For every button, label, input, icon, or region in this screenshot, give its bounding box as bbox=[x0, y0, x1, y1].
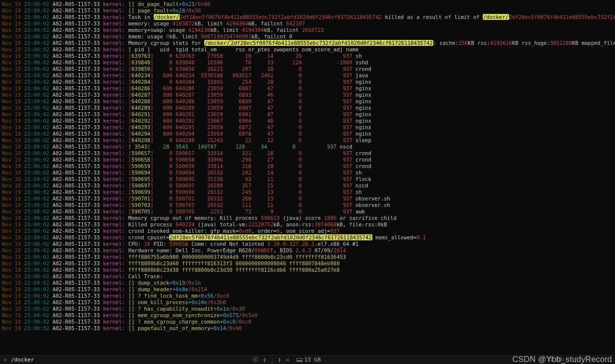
log-line: Nov 19 23:00:02 A02-R05-I157-33 kernel: … bbox=[2, 163, 613, 170]
log-line: Nov 19 23:00:02 A02-R05-I157-33 kernel: … bbox=[2, 53, 613, 59]
log-line: Nov 19 23:00:02 A02-R05-I157-33 kernel: … bbox=[2, 312, 613, 319]
log-line: Nov 19 23:00:02 A02-R05-I157-33 kernel: … bbox=[2, 105, 613, 111]
memory-text: 13 GB bbox=[305, 357, 321, 363]
log-line: Nov 19 23:00:02 A02-R05-I157-33 kernel: … bbox=[2, 306, 613, 312]
log-line: Nov 19 23:00:02 A02-R05-I157-33 kernel: … bbox=[2, 273, 613, 280]
network-indicator: ↑ 11 KB↓ bbox=[541, 356, 565, 363]
log-line: Nov 19 23:00:02 A02-R05-I157-33 kernel: … bbox=[2, 170, 613, 176]
log-line: Nov 19 23:00:02 A02-R05-I157-33 kernel: … bbox=[2, 325, 613, 332]
log-line: Nov 19 23:00:02 A02-R05-I157-33 kernel: … bbox=[2, 286, 613, 293]
search-input[interactable] bbox=[11, 357, 81, 363]
log-line: Nov 19 23:00:02 A02-R05-I157-33 kernel: … bbox=[2, 98, 613, 105]
log-line: Nov 19 23:00:02 A02-R05-I157-33 kernel: … bbox=[2, 241, 613, 247]
memory-indicator: 13 GB bbox=[297, 357, 321, 363]
clear-icon[interactable]: ✕ bbox=[285, 357, 291, 363]
log-line: Nov 19 23:00:02 A02-R05-I157-33 kernel: … bbox=[2, 208, 613, 215]
memory-bar-icon bbox=[297, 358, 303, 362]
log-line: Nov 19 23:00:02 A02-R05-I157-33 kernel: … bbox=[2, 1, 613, 7]
log-line: Nov 19 23:00:02 A02-R05-I157-33 kernel: … bbox=[2, 234, 613, 241]
log-line: Nov 19 23:00:02 A02-R05-I157-33 kernel: … bbox=[2, 280, 613, 286]
log-line: Nov 19 23:00:02 A02-R05-I157-33 kernel: … bbox=[2, 228, 613, 234]
log-line: Nov 19 23:00:02 A02-R05-I157-33 kernel: … bbox=[2, 215, 613, 221]
log-line: Nov 19 23:00:02 A02-R05-I157-33 kernel: … bbox=[2, 7, 613, 14]
log-line: Nov 19 23:00:02 A02-R05-I157-33 kernel: … bbox=[2, 27, 613, 33]
log-line: Nov 19 23:00:02 A02-R05-I157-33 kernel: … bbox=[2, 33, 613, 40]
log-line: Nov 19 23:00:02 A02-R05-I157-33 kernel: … bbox=[2, 195, 613, 202]
log-line: Nov 19 23:00:02 A02-R05-I157-33 kernel: … bbox=[2, 124, 613, 131]
log-line: Nov 19 23:00:02 A02-R05-I157-33 kernel: … bbox=[2, 319, 613, 325]
log-line: Nov 19 23:00:02 A02-R05-I157-33 kernel: … bbox=[2, 221, 613, 228]
log-line: Nov 19 23:00:02 A02-R05-I157-33 kernel: … bbox=[2, 92, 613, 98]
log-line: Nov 19 23:00:02 A02-R05-I157-33 kernel: … bbox=[2, 254, 613, 260]
search-bar[interactable]: ⌕ ⓧ ❮ | ❯ ✕ 13 GB bbox=[0, 355, 615, 364]
log-line: Nov 19 23:00:02 A02-R05-I157-33 kernel: … bbox=[2, 85, 613, 92]
log-line: Nov 19 23:00:02 A02-R05-I157-33 kernel: … bbox=[2, 118, 613, 124]
log-line: Nov 19 23:00:02 A02-R05-I157-33 kernel: … bbox=[2, 20, 613, 27]
log-line: Nov 19 23:00:02 A02-R05-I157-33 kernel: … bbox=[2, 182, 613, 189]
log-line: Nov 19 23:00:02 A02-R05-I157-33 kernel: … bbox=[2, 40, 613, 46]
log-line: Nov 19 23:00:02 A02-R05-I157-33 kernel: … bbox=[2, 299, 613, 306]
log-line: Nov 19 23:00:02 A02-R05-I157-33 kernel: … bbox=[2, 293, 613, 299]
prev-match-icon[interactable]: ❮ bbox=[262, 357, 268, 363]
log-line: Nov 19 23:00:02 A02-R05-I157-33 kernel: … bbox=[2, 202, 613, 208]
log-line: Nov 19 23:00:02 A02-R05-I157-33 kernel: … bbox=[2, 79, 613, 85]
log-line: Nov 19 23:00:02 A02-R05-I157-33 kernel: … bbox=[2, 111, 613, 118]
log-line: Nov 19 23:00:02 A02-R05-I157-33 kernel: … bbox=[2, 66, 613, 72]
log-line: Nov 19 23:00:02 A02-R05-I157-33 kernel: … bbox=[2, 72, 613, 79]
next-match-icon[interactable]: ❯ bbox=[277, 357, 282, 363]
log-line: Nov 19 23:00:02 A02-R05-I157-33 kernel: … bbox=[2, 150, 613, 157]
log-line: Nov 19 23:00:02 A02-R05-I157-33 kernel: … bbox=[2, 137, 613, 144]
log-line: Nov 19 23:00:02 A02-R05-I157-33 kernel: … bbox=[2, 46, 613, 53]
search-icon: ⌕ bbox=[2, 357, 8, 363]
log-line: Nov 19 23:00:02 A02-R05-I157-33 kernel: … bbox=[2, 176, 613, 182]
log-line: Nov 19 23:00:02 A02-R05-I157-33 kernel: … bbox=[2, 267, 613, 273]
close-icon[interactable]: ⓧ bbox=[252, 357, 259, 363]
log-line: Nov 19 23:00:02 A02-R05-I157-33 kernel: … bbox=[2, 131, 613, 137]
log-line: Nov 19 23:00:02 A02-R05-I157-33 kernel: … bbox=[2, 144, 613, 150]
log-output: Nov 19 23:00:02 A02-R05-I157-33 kernel: … bbox=[0, 0, 615, 333]
log-line: Nov 19 23:00:02 A02-R05-I157-33 kernel: … bbox=[2, 260, 613, 267]
log-line: Nov 19 23:00:02 A02-R05-I157-33 kernel: … bbox=[2, 189, 613, 195]
log-line: Nov 19 23:00:02 A02-R05-I157-33 kernel: … bbox=[2, 247, 613, 254]
log-line: Nov 19 23:00:02 A02-R05-I157-33 kernel: … bbox=[2, 157, 613, 163]
log-line: Nov 19 23:00:02 A02-R05-I157-33 kernel: … bbox=[2, 14, 613, 20]
log-line: Nov 19 23:00:02 A02-R05-I157-33 kernel: … bbox=[2, 59, 613, 66]
